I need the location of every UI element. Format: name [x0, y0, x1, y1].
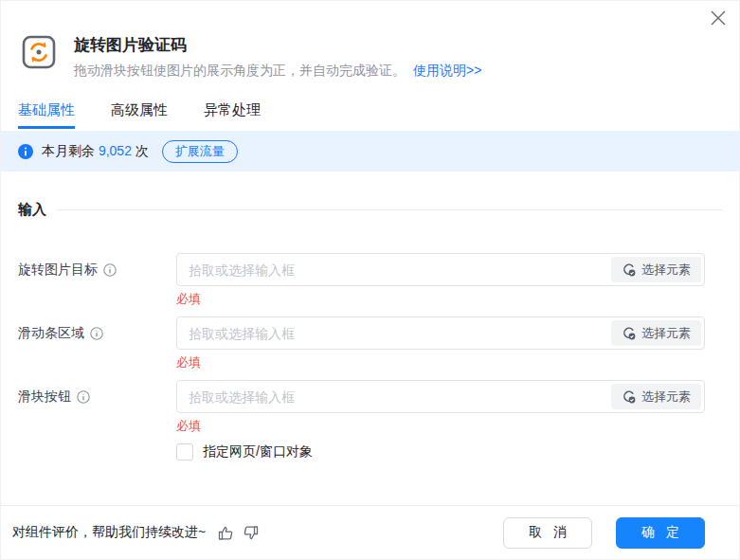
required-note: 必填 — [176, 354, 705, 371]
field-row-slider-button: 滑块按钮 选择元素 — [1, 380, 739, 413]
section-title: 输入 — [18, 201, 46, 219]
input-wrap: 选择元素 — [176, 253, 705, 286]
required-note: 必填 — [176, 291, 705, 308]
confirm-button[interactable]: 确 定 — [616, 517, 705, 549]
input-wrap: 选择元素 — [176, 316, 705, 350]
tooltip-info-icon[interactable] — [103, 263, 117, 277]
tab-exception-handling[interactable]: 异常处理 — [204, 101, 261, 129]
feedback-text: 对组件评价，帮助我们持续改进~ — [12, 524, 206, 541]
input-wrap: 选择元素 — [176, 380, 705, 413]
close-x-glyph — [710, 9, 727, 27]
field-label-text: 滑块按钮 — [18, 388, 71, 406]
quota-text: 本月剩余 9,052 次 — [42, 143, 149, 160]
info-icon — [18, 144, 33, 159]
quota-bar: 本月剩余 9,052 次 扩展流量 — [1, 131, 739, 172]
expand-traffic-button[interactable]: 扩展流量 — [162, 140, 238, 163]
tab-advanced-properties[interactable]: 高级属性 — [111, 101, 168, 129]
tab-basic-properties[interactable]: 基础属性 — [18, 101, 75, 129]
tooltip-info-icon[interactable] — [77, 390, 90, 404]
quota-count: 9,052 — [99, 143, 132, 158]
field-row-slider-area: 滑动条区域 选择元素 — [1, 316, 739, 350]
thumbs-down-icon[interactable] — [243, 525, 259, 541]
field-label-slider-button: 滑块按钮 — [18, 388, 176, 406]
field-label-slider-area: 滑动条区域 — [18, 325, 176, 342]
dialog-footer: 对组件评价，帮助我们持续改进~ 取 消 确 定 — [1, 505, 739, 559]
dialog-title: 旋转图片验证码 — [74, 35, 481, 56]
usage-help-link[interactable]: 使用说明>> — [413, 63, 481, 78]
property-tabs: 基础属性 高级属性 异常处理 — [18, 101, 739, 129]
header-text: 旋转图片验证码 拖动滑块按钮使图片的展示角度为正，并自动完成验证。使用说明>> — [74, 35, 481, 80]
section-divider — [57, 209, 722, 210]
element-picker-icon — [622, 389, 636, 404]
tooltip-info-icon[interactable] — [90, 327, 103, 340]
quota-unit: 次 — [135, 143, 149, 158]
input-form: 旋转图片目标 选择元素 必填 — [1, 253, 739, 461]
select-element-label: 选择元素 — [641, 325, 691, 342]
cancel-button[interactable]: 取 消 — [503, 517, 592, 549]
element-picker-icon — [622, 262, 636, 277]
dialog-description: 拖动滑块按钮使图片的展示角度为正，并自动完成验证。使用说明>> — [74, 61, 481, 80]
specify-window-checkbox-row[interactable]: 指定网页/窗口对象 — [176, 443, 739, 461]
select-element-button[interactable]: 选择元素 — [611, 257, 701, 282]
close-icon[interactable] — [708, 8, 729, 28]
required-note: 必填 — [176, 418, 705, 435]
element-picker-icon — [622, 326, 636, 340]
select-element-label: 选择元素 — [641, 388, 691, 406]
quota-prefix: 本月剩余 — [42, 143, 95, 158]
rotate-image-icon — [22, 35, 56, 69]
field-row-rotate-target: 旋转图片目标 选择元素 — [1, 253, 739, 286]
field-label-text: 滑动条区域 — [18, 325, 84, 342]
select-element-label: 选择元素 — [641, 262, 691, 279]
rotate-captcha-dialog: 旋转图片验证码 拖动滑块按钮使图片的展示角度为正，并自动完成验证。使用说明>> … — [0, 0, 740, 560]
thumbs-up-icon[interactable] — [218, 525, 234, 541]
field-label-text: 旋转图片目标 — [18, 262, 98, 279]
field-label-rotate-target: 旋转图片目标 — [18, 262, 176, 279]
checkbox-label: 指定网页/窗口对象 — [203, 443, 313, 461]
input-section-header: 输入 — [18, 201, 722, 219]
description-text: 拖动滑块按钮使图片的展示角度为正，并自动完成验证。 — [74, 63, 406, 78]
dialog-header: 旋转图片验证码 拖动滑块按钮使图片的展示角度为正，并自动完成验证。使用说明>> — [1, 1, 739, 80]
select-element-button[interactable]: 选择元素 — [611, 320, 701, 346]
checkbox-unchecked[interactable] — [176, 443, 193, 461]
select-element-button[interactable]: 选择元素 — [611, 384, 701, 409]
